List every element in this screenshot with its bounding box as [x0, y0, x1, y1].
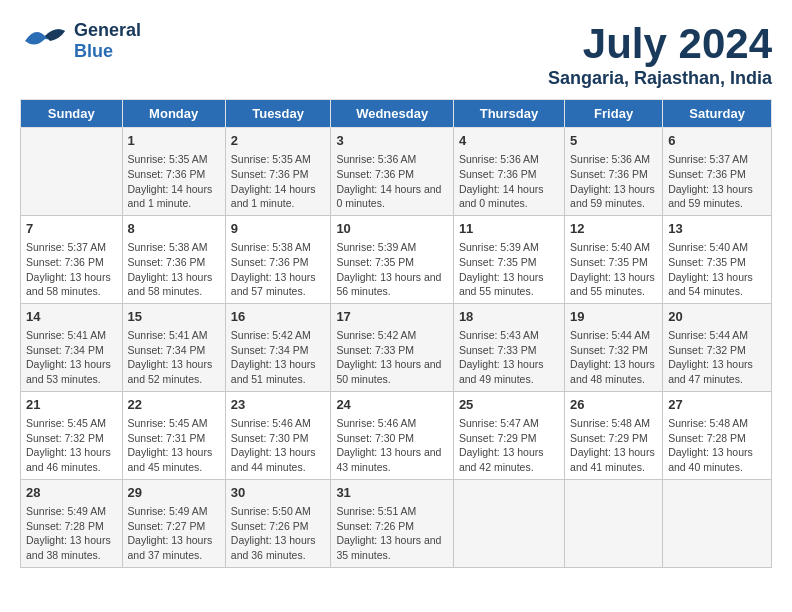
- cell-content: Sunrise: 5:41 AM Sunset: 7:34 PM Dayligh…: [128, 328, 220, 387]
- cell-content: Sunrise: 5:39 AM Sunset: 7:35 PM Dayligh…: [336, 240, 448, 299]
- cell-content: Sunrise: 5:47 AM Sunset: 7:29 PM Dayligh…: [459, 416, 559, 475]
- calendar-cell: 30Sunrise: 5:50 AM Sunset: 7:26 PM Dayli…: [225, 479, 331, 567]
- cell-content: Sunrise: 5:48 AM Sunset: 7:28 PM Dayligh…: [668, 416, 766, 475]
- calendar-cell: [565, 479, 663, 567]
- week-row-4: 21Sunrise: 5:45 AM Sunset: 7:32 PM Dayli…: [21, 391, 772, 479]
- cell-content: Sunrise: 5:35 AM Sunset: 7:36 PM Dayligh…: [128, 152, 220, 211]
- day-number: 19: [570, 308, 657, 326]
- day-number: 15: [128, 308, 220, 326]
- logo-text: General Blue: [74, 20, 141, 62]
- calendar-cell: 9Sunrise: 5:38 AM Sunset: 7:36 PM Daylig…: [225, 215, 331, 303]
- day-number: 31: [336, 484, 448, 502]
- cell-content: Sunrise: 5:39 AM Sunset: 7:35 PM Dayligh…: [459, 240, 559, 299]
- col-sunday: Sunday: [21, 100, 123, 128]
- day-number: 10: [336, 220, 448, 238]
- calendar-cell: 25Sunrise: 5:47 AM Sunset: 7:29 PM Dayli…: [453, 391, 564, 479]
- cell-content: Sunrise: 5:46 AM Sunset: 7:30 PM Dayligh…: [336, 416, 448, 475]
- calendar-cell: 14Sunrise: 5:41 AM Sunset: 7:34 PM Dayli…: [21, 303, 123, 391]
- calendar-cell: 4Sunrise: 5:36 AM Sunset: 7:36 PM Daylig…: [453, 128, 564, 216]
- week-row-5: 28Sunrise: 5:49 AM Sunset: 7:28 PM Dayli…: [21, 479, 772, 567]
- logo: General Blue: [20, 20, 141, 62]
- logo-blue: Blue: [74, 41, 141, 62]
- calendar-cell: 31Sunrise: 5:51 AM Sunset: 7:26 PM Dayli…: [331, 479, 454, 567]
- page-header: General Blue July 2024 Sangaria, Rajasth…: [20, 20, 772, 89]
- cell-content: Sunrise: 5:38 AM Sunset: 7:36 PM Dayligh…: [231, 240, 326, 299]
- cell-content: Sunrise: 5:42 AM Sunset: 7:33 PM Dayligh…: [336, 328, 448, 387]
- day-number: 8: [128, 220, 220, 238]
- col-tuesday: Tuesday: [225, 100, 331, 128]
- calendar-cell: 23Sunrise: 5:46 AM Sunset: 7:30 PM Dayli…: [225, 391, 331, 479]
- calendar-cell: 19Sunrise: 5:44 AM Sunset: 7:32 PM Dayli…: [565, 303, 663, 391]
- day-number: 3: [336, 132, 448, 150]
- day-number: 20: [668, 308, 766, 326]
- cell-content: Sunrise: 5:37 AM Sunset: 7:36 PM Dayligh…: [26, 240, 117, 299]
- calendar-table: Sunday Monday Tuesday Wednesday Thursday…: [20, 99, 772, 568]
- day-number: 4: [459, 132, 559, 150]
- cell-content: Sunrise: 5:36 AM Sunset: 7:36 PM Dayligh…: [570, 152, 657, 211]
- calendar-cell: 10Sunrise: 5:39 AM Sunset: 7:35 PM Dayli…: [331, 215, 454, 303]
- subtitle: Sangaria, Rajasthan, India: [548, 68, 772, 89]
- day-number: 26: [570, 396, 657, 414]
- calendar-cell: 21Sunrise: 5:45 AM Sunset: 7:32 PM Dayli…: [21, 391, 123, 479]
- cell-content: Sunrise: 5:48 AM Sunset: 7:29 PM Dayligh…: [570, 416, 657, 475]
- week-row-1: 1Sunrise: 5:35 AM Sunset: 7:36 PM Daylig…: [21, 128, 772, 216]
- day-number: 9: [231, 220, 326, 238]
- calendar-cell: 28Sunrise: 5:49 AM Sunset: 7:28 PM Dayli…: [21, 479, 123, 567]
- cell-content: Sunrise: 5:35 AM Sunset: 7:36 PM Dayligh…: [231, 152, 326, 211]
- cell-content: Sunrise: 5:49 AM Sunset: 7:27 PM Dayligh…: [128, 504, 220, 563]
- day-number: 13: [668, 220, 766, 238]
- cell-content: Sunrise: 5:42 AM Sunset: 7:34 PM Dayligh…: [231, 328, 326, 387]
- calendar-cell: 27Sunrise: 5:48 AM Sunset: 7:28 PM Dayli…: [663, 391, 772, 479]
- cell-content: Sunrise: 5:46 AM Sunset: 7:30 PM Dayligh…: [231, 416, 326, 475]
- calendar-cell: 18Sunrise: 5:43 AM Sunset: 7:33 PM Dayli…: [453, 303, 564, 391]
- day-number: 18: [459, 308, 559, 326]
- week-row-3: 14Sunrise: 5:41 AM Sunset: 7:34 PM Dayli…: [21, 303, 772, 391]
- day-number: 23: [231, 396, 326, 414]
- logo-general: General: [74, 20, 141, 41]
- day-number: 28: [26, 484, 117, 502]
- col-monday: Monday: [122, 100, 225, 128]
- cell-content: Sunrise: 5:40 AM Sunset: 7:35 PM Dayligh…: [570, 240, 657, 299]
- day-number: 21: [26, 396, 117, 414]
- calendar-cell: 26Sunrise: 5:48 AM Sunset: 7:29 PM Dayli…: [565, 391, 663, 479]
- cell-content: Sunrise: 5:40 AM Sunset: 7:35 PM Dayligh…: [668, 240, 766, 299]
- cell-content: Sunrise: 5:50 AM Sunset: 7:26 PM Dayligh…: [231, 504, 326, 563]
- cell-content: Sunrise: 5:45 AM Sunset: 7:32 PM Dayligh…: [26, 416, 117, 475]
- cell-content: Sunrise: 5:44 AM Sunset: 7:32 PM Dayligh…: [668, 328, 766, 387]
- cell-content: Sunrise: 5:49 AM Sunset: 7:28 PM Dayligh…: [26, 504, 117, 563]
- day-number: 12: [570, 220, 657, 238]
- calendar-cell: 24Sunrise: 5:46 AM Sunset: 7:30 PM Dayli…: [331, 391, 454, 479]
- calendar-cell: 17Sunrise: 5:42 AM Sunset: 7:33 PM Dayli…: [331, 303, 454, 391]
- calendar-cell: 12Sunrise: 5:40 AM Sunset: 7:35 PM Dayli…: [565, 215, 663, 303]
- main-title: July 2024: [548, 20, 772, 68]
- day-number: 16: [231, 308, 326, 326]
- day-number: 30: [231, 484, 326, 502]
- col-thursday: Thursday: [453, 100, 564, 128]
- calendar-body: 1Sunrise: 5:35 AM Sunset: 7:36 PM Daylig…: [21, 128, 772, 568]
- cell-content: Sunrise: 5:43 AM Sunset: 7:33 PM Dayligh…: [459, 328, 559, 387]
- cell-content: Sunrise: 5:45 AM Sunset: 7:31 PM Dayligh…: [128, 416, 220, 475]
- day-number: 7: [26, 220, 117, 238]
- calendar-cell: 1Sunrise: 5:35 AM Sunset: 7:36 PM Daylig…: [122, 128, 225, 216]
- day-number: 14: [26, 308, 117, 326]
- calendar-cell: 29Sunrise: 5:49 AM Sunset: 7:27 PM Dayli…: [122, 479, 225, 567]
- cell-content: Sunrise: 5:51 AM Sunset: 7:26 PM Dayligh…: [336, 504, 448, 563]
- day-number: 11: [459, 220, 559, 238]
- cell-content: Sunrise: 5:38 AM Sunset: 7:36 PM Dayligh…: [128, 240, 220, 299]
- cell-content: Sunrise: 5:37 AM Sunset: 7:36 PM Dayligh…: [668, 152, 766, 211]
- cell-content: Sunrise: 5:41 AM Sunset: 7:34 PM Dayligh…: [26, 328, 117, 387]
- day-number: 17: [336, 308, 448, 326]
- calendar-cell: 2Sunrise: 5:35 AM Sunset: 7:36 PM Daylig…: [225, 128, 331, 216]
- day-number: 6: [668, 132, 766, 150]
- day-number: 22: [128, 396, 220, 414]
- calendar-cell: 6Sunrise: 5:37 AM Sunset: 7:36 PM Daylig…: [663, 128, 772, 216]
- cell-content: Sunrise: 5:36 AM Sunset: 7:36 PM Dayligh…: [459, 152, 559, 211]
- day-number: 5: [570, 132, 657, 150]
- calendar-cell: 8Sunrise: 5:38 AM Sunset: 7:36 PM Daylig…: [122, 215, 225, 303]
- day-number: 1: [128, 132, 220, 150]
- calendar-cell: [453, 479, 564, 567]
- calendar-header: Sunday Monday Tuesday Wednesday Thursday…: [21, 100, 772, 128]
- calendar-cell: 22Sunrise: 5:45 AM Sunset: 7:31 PM Dayli…: [122, 391, 225, 479]
- calendar-cell: 3Sunrise: 5:36 AM Sunset: 7:36 PM Daylig…: [331, 128, 454, 216]
- logo-icon: [20, 21, 70, 61]
